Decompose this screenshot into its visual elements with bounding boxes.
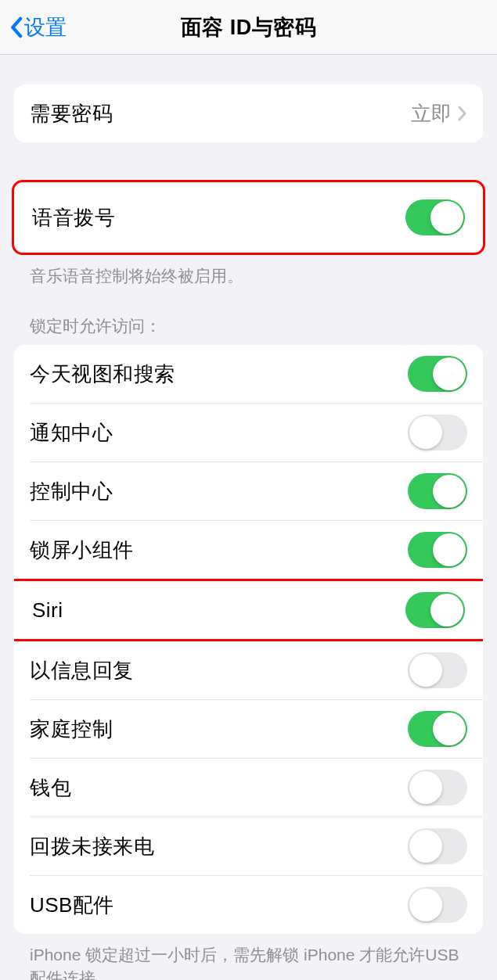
require-passcode-label: 需要密码 <box>30 100 113 127</box>
home-control-toggle[interactable] <box>408 711 467 747</box>
wallet-label: 钱包 <box>30 774 71 802</box>
siri-label: Siri <box>32 598 63 623</box>
voice-dial-card-highlighted: 语音拨号 <box>12 180 485 255</box>
siri-row-highlighted: Siri <box>14 579 483 641</box>
voice-dial-label: 语音拨号 <box>32 204 115 232</box>
voice-dial-row: 语音拨号 <box>14 182 483 253</box>
toggle-knob <box>433 357 466 390</box>
require-passcode-value: 立即 <box>411 100 467 127</box>
lock-widgets-label: 锁屏小组件 <box>30 537 134 564</box>
voice-dial-footer: 音乐语音控制将始终被启用。 <box>14 255 483 287</box>
control-center-label: 控制中心 <box>30 478 113 505</box>
toggle-knob <box>433 475 466 508</box>
control-center-row: 控制中心 <box>14 462 483 520</box>
back-button[interactable]: 设置 <box>9 13 67 41</box>
callback-toggle[interactable] <box>408 828 467 864</box>
reply-message-toggle[interactable] <box>408 652 467 688</box>
callback-label: 回拨未接来电 <box>30 833 154 860</box>
toggle-knob <box>409 830 442 863</box>
control-center-toggle[interactable] <box>408 473 467 509</box>
require-passcode-value-text: 立即 <box>411 100 452 127</box>
wallet-toggle[interactable] <box>408 770 467 806</box>
lock-widgets-toggle[interactable] <box>408 532 467 568</box>
usb-label: USB配件 <box>30 892 114 919</box>
chevron-left-icon <box>9 16 23 38</box>
page-title: 面容 ID与密码 <box>181 13 317 41</box>
toggle-knob <box>433 533 466 566</box>
notification-center-toggle[interactable] <box>408 415 467 451</box>
lock-access-card: 今天视图和搜索 通知中心 控制中心 锁屏小组件 <box>14 345 483 934</box>
toggle-knob <box>409 416 442 449</box>
reply-message-label: 以信息回复 <box>30 657 134 684</box>
usb-toggle[interactable] <box>408 887 467 923</box>
lock-widgets-row: 锁屏小组件 <box>14 521 483 579</box>
notification-center-label: 通知中心 <box>30 419 113 447</box>
toggle-knob <box>433 713 466 745</box>
notification-center-row: 通知中心 <box>14 404 483 461</box>
lock-access-header: 锁定时允许访问： <box>14 315 483 345</box>
toggle-knob <box>409 771 442 804</box>
home-control-row: 家庭控制 <box>14 700 483 758</box>
siri-row: Siri <box>14 581 483 639</box>
toggle-knob <box>430 201 463 234</box>
voice-dial-toggle[interactable] <box>405 199 465 235</box>
callback-row: 回拨未接来电 <box>14 817 483 875</box>
siri-toggle[interactable] <box>405 592 465 628</box>
today-view-label: 今天视图和搜索 <box>30 361 175 388</box>
toggle-knob <box>409 888 442 921</box>
chevron-right-icon <box>458 106 467 121</box>
toggle-knob <box>409 654 442 687</box>
home-control-label: 家庭控制 <box>30 716 113 743</box>
require-passcode-row[interactable]: 需要密码 立即 <box>14 84 483 142</box>
today-view-row: 今天视图和搜索 <box>14 345 483 403</box>
toggle-knob <box>430 594 463 626</box>
usb-row: USB配件 <box>14 876 483 934</box>
today-view-toggle[interactable] <box>408 356 467 392</box>
usb-footer: iPhone 锁定超过一小时后，需先解锁 iPhone 才能允许USB 配件连接… <box>14 934 483 980</box>
wallet-row: 钱包 <box>14 759 483 817</box>
navigation-header: 设置 面容 ID与密码 <box>0 0 497 55</box>
reply-message-row: 以信息回复 <box>14 641 483 699</box>
passcode-card: 需要密码 立即 <box>14 84 483 142</box>
back-label: 设置 <box>24 13 67 41</box>
